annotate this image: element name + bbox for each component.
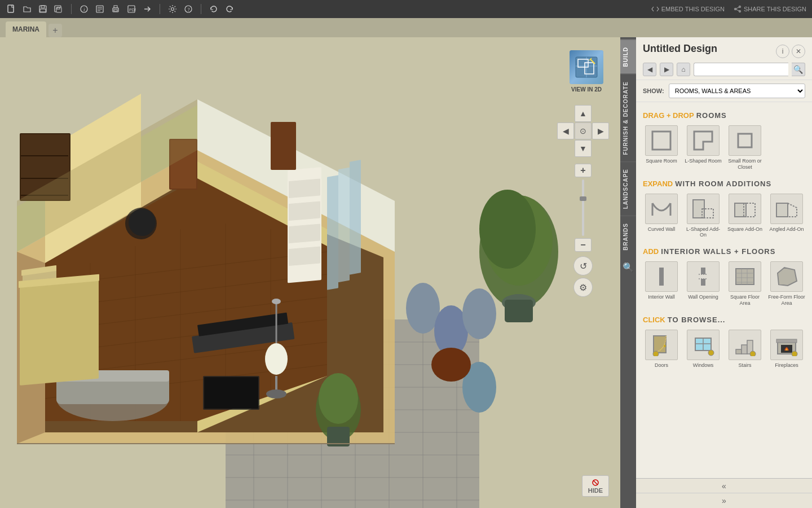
canvas[interactable]: VIEW IN 2D ▲ ◀ ⊙ ▶ ▼ + − [0, 37, 620, 508]
svg-rect-111 [204, 377, 258, 409]
nav-right-button[interactable]: ▶ [592, 122, 609, 139]
svg-point-18 [171, 8, 174, 11]
zoom-out-button[interactable]: − [575, 238, 592, 252]
nav-back-button[interactable]: ◀ [643, 63, 656, 76]
nav-home-button[interactable]: ⌂ [677, 63, 690, 76]
angled-addon-icon [770, 194, 803, 224]
svg-point-158 [792, 351, 797, 356]
svg-point-145 [664, 345, 666, 347]
nav-forward-button[interactable]: ▶ [660, 63, 673, 76]
undo-icon[interactable] [208, 3, 219, 15]
hide-button[interactable]: HIDE [582, 475, 609, 497]
close-panel-btn[interactable]: ✕ [792, 45, 805, 58]
l-shaped-room-icon [687, 125, 720, 156]
tab-furnish-decorate[interactable]: FURNISH & DECORATE [620, 74, 636, 162]
l-shaped-room-card[interactable]: L-Shaped Room [685, 125, 722, 170]
wall-opening-card[interactable]: Wall Opening [685, 261, 722, 306]
tab-marina[interactable]: MARINA [6, 21, 46, 37]
saveas-icon[interactable] [53, 3, 64, 15]
nav-up-button[interactable]: ▲ [575, 105, 592, 122]
settings-icon[interactable] [167, 3, 178, 15]
rotate-button[interactable]: ↺ [573, 256, 593, 275]
search-tab-icon[interactable]: 🔍 [623, 257, 634, 277]
windows-card[interactable]: Windows [685, 330, 722, 369]
section-browse-header: CLICK TO BROWSE... [643, 316, 805, 324]
show-select[interactable]: ROOMS, WALLS & AREAS [669, 84, 805, 98]
info-icon[interactable]: i [78, 3, 90, 15]
square-room-label: Square Room [646, 158, 677, 164]
square-addon-card[interactable]: Square Add-On [726, 194, 764, 239]
sep3 [201, 4, 201, 14]
share-link[interactable]: SHARE THIS DESIGN [734, 6, 806, 12]
save-icon[interactable] [37, 3, 48, 15]
panel-search-button[interactable]: 🔍 [792, 63, 805, 76]
curved-wall-card[interactable]: Curved Wall [643, 194, 680, 239]
fireplaces-label: Fireplaces [775, 362, 798, 369]
tab-brands[interactable]: BRANDS [620, 216, 636, 257]
extra-controls: ↺ ⚙ [573, 256, 593, 297]
info-panel-btn[interactable]: i [776, 45, 789, 58]
svg-rect-2 [41, 6, 45, 8]
interior-wall-icon [645, 261, 678, 292]
freeform-floor-area-icon [770, 261, 803, 292]
zoom-slider: + − [575, 164, 592, 252]
svg-point-154 [750, 351, 756, 356]
zoom-thumb[interactable] [580, 196, 586, 201]
nav-down-button[interactable]: ▼ [575, 140, 592, 157]
svg-point-95 [265, 343, 288, 375]
angled-addon-card[interactable]: Angled Add-On [768, 194, 805, 239]
svg-rect-108 [20, 277, 99, 386]
square-floor-area-card[interactable]: Square Floor Area [726, 261, 764, 306]
svg-rect-76 [271, 122, 296, 170]
panel-content: Untitled Design i ✕ ◀ ▶ ⌂ 🔍 SHOW: [636, 37, 812, 508]
export-icon[interactable]: PDF [126, 3, 137, 15]
svg-text:?: ? [188, 7, 190, 12]
freeform-floor-area-label: Free-Form Floor Area [768, 294, 805, 306]
sep1 [71, 4, 72, 14]
tab-build[interactable]: BUILD [620, 40, 636, 74]
square-floor-area-icon [729, 261, 761, 292]
panel-header: Untitled Design i ✕ ◀ ▶ ⌂ 🔍 [636, 37, 812, 80]
svg-rect-14 [114, 6, 117, 8]
redo-icon[interactable] [224, 3, 235, 15]
zoom-track[interactable] [582, 179, 584, 236]
view-in-2d-button[interactable]: VIEW IN 2D [564, 49, 609, 94]
settings-button[interactable]: ⚙ [573, 278, 593, 297]
svg-rect-151 [736, 349, 742, 354]
curved-wall-label: Curved Wall [648, 226, 676, 233]
svg-text:PDF: PDF [129, 8, 136, 12]
new-file-icon[interactable] [6, 3, 17, 15]
section-drag-drop-header: DRAG + DROP ROOMS [643, 111, 805, 120]
nav-center-button[interactable]: ⊙ [575, 122, 592, 139]
small-room-card[interactable]: Small Room or Closet [726, 125, 764, 170]
collapse-up-button[interactable]: « [636, 479, 812, 493]
collapse-down-button[interactable]: » [636, 493, 812, 508]
svg-point-84 [431, 348, 471, 382]
stairs-label: Stairs [738, 362, 751, 369]
notes-icon[interactable] [94, 3, 105, 15]
section-expand-header: EXPAND WITH ROOM ADDITIONS [643, 179, 805, 188]
panel-search-input[interactable] [694, 63, 788, 76]
view2d-label: VIEW IN 2D [571, 86, 602, 93]
open-file-icon[interactable] [21, 3, 33, 15]
help-icon[interactable]: ? [183, 3, 194, 15]
print-icon[interactable] [110, 3, 121, 15]
freeform-floor-area-card[interactable]: Free-Form Floor Area [768, 261, 805, 306]
square-addon-label: Square Add-On [727, 226, 762, 233]
tab-landscape[interactable]: LANDSCAPE [620, 161, 636, 216]
square-room-card[interactable]: Square Room [643, 125, 680, 170]
stairs-card[interactable]: Stairs [726, 330, 764, 369]
zoom-in-button[interactable]: + [575, 164, 592, 177]
arrow-right-icon[interactable] [142, 3, 153, 15]
add-tab-button[interactable]: + [48, 24, 62, 37]
nav-left-button[interactable]: ◀ [557, 122, 574, 139]
svg-rect-79 [350, 160, 361, 275]
embed-link[interactable]: EMBED THIS DESIGN [651, 6, 725, 12]
nav-cross: ▲ ◀ ⊙ ▶ ▼ [557, 105, 609, 157]
fireplaces-card[interactable]: Fireplaces [768, 330, 805, 369]
doors-card[interactable]: Doors [643, 330, 680, 369]
svg-rect-71 [289, 201, 320, 221]
windows-icon [687, 330, 720, 360]
l-addon-card[interactable]: L-Shaped Add-On [685, 194, 722, 239]
interior-wall-card[interactable]: Interior Wall [643, 261, 680, 306]
